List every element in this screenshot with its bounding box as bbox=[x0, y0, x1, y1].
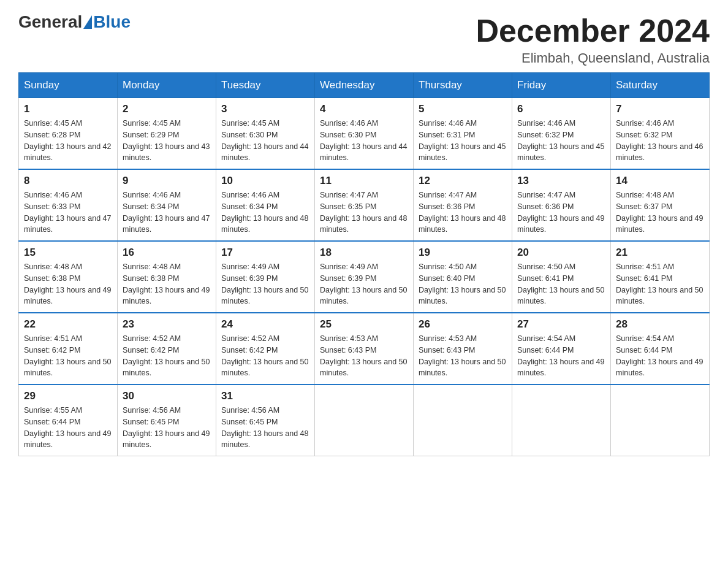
calendar-day-cell: 7Sunrise: 4:46 AMSunset: 6:32 PMDaylight… bbox=[611, 98, 710, 170]
day-number: 31 bbox=[221, 390, 309, 402]
calendar-day-cell: 15Sunrise: 4:48 AMSunset: 6:38 PMDayligh… bbox=[19, 241, 118, 313]
day-number: 30 bbox=[123, 390, 211, 402]
calendar-day-cell: 8Sunrise: 4:46 AMSunset: 6:33 PMDaylight… bbox=[19, 169, 118, 241]
day-number: 1 bbox=[24, 103, 112, 115]
calendar-day-cell: 22Sunrise: 4:51 AMSunset: 6:42 PMDayligh… bbox=[19, 313, 118, 385]
calendar-week-row: 1Sunrise: 4:45 AMSunset: 6:28 PMDaylight… bbox=[19, 98, 710, 170]
day-info: Sunrise: 4:47 AMSunset: 6:35 PMDaylight:… bbox=[320, 190, 408, 236]
calendar-week-row: 22Sunrise: 4:51 AMSunset: 6:42 PMDayligh… bbox=[19, 313, 710, 385]
day-info: Sunrise: 4:46 AMSunset: 6:32 PMDaylight:… bbox=[616, 118, 704, 164]
day-info: Sunrise: 4:56 AMSunset: 6:45 PMDaylight:… bbox=[221, 405, 309, 451]
day-info: Sunrise: 4:49 AMSunset: 6:39 PMDaylight:… bbox=[320, 261, 408, 307]
day-number: 6 bbox=[517, 103, 605, 115]
title-area: December 2024 Elimbah, Queensland, Austr… bbox=[476, 12, 710, 66]
day-info: Sunrise: 4:46 AMSunset: 6:33 PMDaylight:… bbox=[24, 190, 112, 236]
day-info: Sunrise: 4:46 AMSunset: 6:32 PMDaylight:… bbox=[517, 118, 605, 164]
calendar-day-cell: 19Sunrise: 4:50 AMSunset: 6:40 PMDayligh… bbox=[414, 241, 512, 313]
day-number: 8 bbox=[24, 175, 112, 187]
day-number: 24 bbox=[221, 318, 309, 331]
calendar-week-row: 29Sunrise: 4:55 AMSunset: 6:44 PMDayligh… bbox=[19, 385, 710, 456]
logo-blue-text: Blue bbox=[93, 12, 131, 32]
day-info: Sunrise: 4:53 AMSunset: 6:43 PMDaylight:… bbox=[419, 333, 507, 379]
location-subtitle: Elimbah, Queensland, Australia bbox=[476, 50, 710, 66]
page-header: General Blue December 2024 Elimbah, Quee… bbox=[18, 12, 710, 66]
calendar-header-saturday: Saturday bbox=[611, 73, 710, 98]
calendar-day-cell: 1Sunrise: 4:45 AMSunset: 6:28 PMDaylight… bbox=[19, 98, 118, 170]
day-info: Sunrise: 4:56 AMSunset: 6:45 PMDaylight:… bbox=[123, 405, 211, 451]
day-number: 5 bbox=[419, 103, 507, 115]
calendar-day-cell: 5Sunrise: 4:46 AMSunset: 6:31 PMDaylight… bbox=[414, 98, 512, 170]
calendar-day-cell: 28Sunrise: 4:54 AMSunset: 6:44 PMDayligh… bbox=[611, 313, 710, 385]
day-number: 3 bbox=[221, 103, 309, 115]
calendar-day-cell: 12Sunrise: 4:47 AMSunset: 6:36 PMDayligh… bbox=[414, 169, 512, 241]
day-info: Sunrise: 4:45 AMSunset: 6:30 PMDaylight:… bbox=[221, 118, 309, 164]
day-number: 10 bbox=[221, 175, 309, 187]
calendar-week-row: 15Sunrise: 4:48 AMSunset: 6:38 PMDayligh… bbox=[19, 241, 710, 313]
day-info: Sunrise: 4:46 AMSunset: 6:31 PMDaylight:… bbox=[419, 118, 507, 164]
day-info: Sunrise: 4:47 AMSunset: 6:36 PMDaylight:… bbox=[419, 190, 507, 236]
day-number: 22 bbox=[24, 318, 112, 331]
calendar-day-cell: 26Sunrise: 4:53 AMSunset: 6:43 PMDayligh… bbox=[414, 313, 512, 385]
calendar-header-monday: Monday bbox=[118, 73, 216, 98]
calendar-day-cell: 21Sunrise: 4:51 AMSunset: 6:41 PMDayligh… bbox=[611, 241, 710, 313]
calendar-day-cell: 23Sunrise: 4:52 AMSunset: 6:42 PMDayligh… bbox=[118, 313, 216, 385]
day-info: Sunrise: 4:53 AMSunset: 6:43 PMDaylight:… bbox=[320, 333, 408, 379]
calendar-day-cell: 13Sunrise: 4:47 AMSunset: 6:36 PMDayligh… bbox=[512, 169, 611, 241]
day-number: 20 bbox=[517, 247, 605, 259]
calendar-day-cell: 9Sunrise: 4:46 AMSunset: 6:34 PMDaylight… bbox=[118, 169, 216, 241]
calendar-day-cell bbox=[414, 385, 512, 456]
calendar-day-cell: 30Sunrise: 4:56 AMSunset: 6:45 PMDayligh… bbox=[118, 385, 216, 456]
day-info: Sunrise: 4:49 AMSunset: 6:39 PMDaylight:… bbox=[221, 261, 309, 307]
day-number: 18 bbox=[320, 247, 408, 259]
calendar-header-row: SundayMondayTuesdayWednesdayThursdayFrid… bbox=[19, 73, 710, 98]
day-number: 23 bbox=[123, 318, 211, 331]
day-number: 21 bbox=[616, 247, 704, 259]
calendar-header-thursday: Thursday bbox=[414, 73, 512, 98]
calendar-day-cell: 27Sunrise: 4:54 AMSunset: 6:44 PMDayligh… bbox=[512, 313, 611, 385]
calendar-day-cell: 11Sunrise: 4:47 AMSunset: 6:35 PMDayligh… bbox=[315, 169, 414, 241]
calendar-day-cell: 17Sunrise: 4:49 AMSunset: 6:39 PMDayligh… bbox=[216, 241, 315, 313]
calendar-day-cell: 24Sunrise: 4:52 AMSunset: 6:42 PMDayligh… bbox=[216, 313, 315, 385]
day-info: Sunrise: 4:45 AMSunset: 6:29 PMDaylight:… bbox=[123, 118, 211, 164]
day-info: Sunrise: 4:50 AMSunset: 6:41 PMDaylight:… bbox=[517, 261, 605, 307]
calendar-day-cell: 25Sunrise: 4:53 AMSunset: 6:43 PMDayligh… bbox=[315, 313, 414, 385]
calendar-day-cell: 16Sunrise: 4:48 AMSunset: 6:38 PMDayligh… bbox=[118, 241, 216, 313]
day-number: 27 bbox=[517, 318, 605, 331]
calendar-day-cell: 4Sunrise: 4:46 AMSunset: 6:30 PMDaylight… bbox=[315, 98, 414, 170]
day-number: 17 bbox=[221, 247, 309, 259]
day-info: Sunrise: 4:54 AMSunset: 6:44 PMDaylight:… bbox=[517, 333, 605, 379]
calendar-day-cell: 3Sunrise: 4:45 AMSunset: 6:30 PMDaylight… bbox=[216, 98, 315, 170]
calendar-week-row: 8Sunrise: 4:46 AMSunset: 6:33 PMDaylight… bbox=[19, 169, 710, 241]
day-info: Sunrise: 4:48 AMSunset: 6:37 PMDaylight:… bbox=[616, 190, 704, 236]
calendar-day-cell bbox=[512, 385, 611, 456]
calendar-day-cell: 14Sunrise: 4:48 AMSunset: 6:37 PMDayligh… bbox=[611, 169, 710, 241]
calendar-day-cell: 18Sunrise: 4:49 AMSunset: 6:39 PMDayligh… bbox=[315, 241, 414, 313]
day-info: Sunrise: 4:46 AMSunset: 6:34 PMDaylight:… bbox=[123, 190, 211, 236]
logo-general-text: General bbox=[18, 12, 82, 32]
day-number: 28 bbox=[616, 318, 704, 331]
day-number: 12 bbox=[419, 175, 507, 187]
day-number: 11 bbox=[320, 175, 408, 187]
day-number: 26 bbox=[419, 318, 507, 331]
calendar-day-cell bbox=[315, 385, 414, 456]
calendar-header-friday: Friday bbox=[512, 73, 611, 98]
day-info: Sunrise: 4:52 AMSunset: 6:42 PMDaylight:… bbox=[123, 333, 211, 379]
month-title: December 2024 bbox=[476, 12, 710, 49]
day-number: 29 bbox=[24, 390, 112, 402]
day-number: 19 bbox=[419, 247, 507, 259]
day-number: 2 bbox=[123, 103, 211, 115]
day-info: Sunrise: 4:51 AMSunset: 6:41 PMDaylight:… bbox=[616, 261, 704, 307]
day-info: Sunrise: 4:55 AMSunset: 6:44 PMDaylight:… bbox=[24, 405, 112, 451]
logo: General Blue bbox=[18, 12, 131, 32]
calendar-day-cell: 6Sunrise: 4:46 AMSunset: 6:32 PMDaylight… bbox=[512, 98, 611, 170]
day-number: 4 bbox=[320, 103, 408, 115]
day-number: 7 bbox=[616, 103, 704, 115]
day-info: Sunrise: 4:52 AMSunset: 6:42 PMDaylight:… bbox=[221, 333, 309, 379]
calendar-header-tuesday: Tuesday bbox=[216, 73, 315, 98]
calendar-day-cell: 31Sunrise: 4:56 AMSunset: 6:45 PMDayligh… bbox=[216, 385, 315, 456]
calendar-day-cell: 20Sunrise: 4:50 AMSunset: 6:41 PMDayligh… bbox=[512, 241, 611, 313]
calendar-day-cell bbox=[611, 385, 710, 456]
day-number: 14 bbox=[616, 175, 704, 187]
day-number: 15 bbox=[24, 247, 112, 259]
day-info: Sunrise: 4:54 AMSunset: 6:44 PMDaylight:… bbox=[616, 333, 704, 379]
